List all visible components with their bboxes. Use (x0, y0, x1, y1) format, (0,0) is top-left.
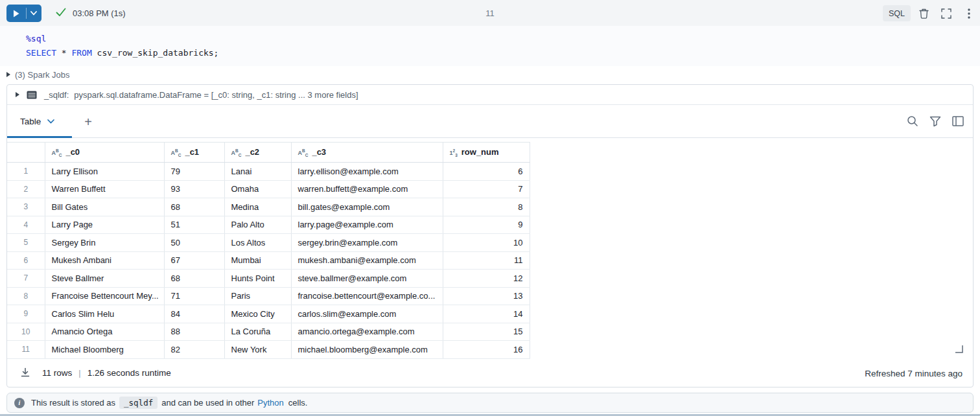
cell-_c2[interactable]: Lanai (224, 163, 291, 181)
string-type-icon: ABC (298, 148, 309, 158)
cell-_c3[interactable]: michael.bloomberg@example.com (291, 341, 443, 359)
cell-row_num[interactable]: 6 (443, 163, 530, 181)
columns-panel-button[interactable] (951, 114, 965, 128)
results-resize-handle[interactable] (955, 344, 964, 353)
cell-_c1[interactable]: 93 (164, 180, 224, 198)
cell-_c2[interactable]: Hunts Point (224, 270, 291, 288)
cell-row_num[interactable]: 13 (443, 287, 530, 305)
table-row: 5Sergey Brin50Los Altossergey.brin@examp… (7, 234, 530, 252)
cell-_c3[interactable]: sergey.brin@example.com (291, 234, 443, 252)
table-row: 11Michael Bloomberg82New Yorkmichael.blo… (7, 341, 530, 359)
cell-_c1[interactable]: 79 (164, 163, 224, 181)
spark-jobs-toggle[interactable] (6, 72, 10, 77)
cell-_c3[interactable]: mukesh.ambani@example.com (291, 251, 443, 270)
cell-_c3[interactable]: carlos.slim@example.com (291, 305, 443, 323)
table-row: 1Larry Ellison79Lanailarry.ellison@examp… (7, 163, 530, 181)
cell-row_num[interactable]: 14 (443, 305, 530, 323)
cell-_c0[interactable]: Amancio Ortega (45, 323, 164, 341)
cell-row_num[interactable]: 11 (443, 251, 530, 270)
info-text-suffix: cells. (288, 398, 308, 408)
cell-_c2[interactable]: New York (224, 341, 291, 359)
rows-count: 11 rows (42, 368, 72, 378)
active-tab-underline (7, 136, 72, 138)
cell-_c1[interactable]: 88 (164, 323, 224, 341)
column-header-_c2[interactable]: ABC_c2 (224, 143, 291, 163)
tab-table-label: Table (20, 117, 41, 126)
cell-_c3[interactable]: larry.ellison@example.com (291, 163, 443, 181)
cell-row_num[interactable]: 10 (443, 234, 530, 252)
sqldf-info-bar: i This result is stored as _sqldf and ca… (6, 393, 974, 413)
cell-_c0[interactable]: Larry Ellison (45, 163, 164, 181)
cell-_c3[interactable]: larry.page@example.com (291, 216, 443, 234)
cell-_c0[interactable]: Sergey Brin (45, 234, 164, 252)
code-line-1[interactable]: %sql (26, 34, 46, 43)
side-panel-icon (952, 116, 964, 126)
sql-star: * (62, 48, 67, 58)
cell-_c1[interactable]: 82 (164, 341, 224, 359)
cell-_c1[interactable]: 84 (164, 305, 224, 323)
cell-_c3[interactable]: bill.gates@example.com (291, 198, 443, 216)
cell-_c2[interactable]: Palo Alto (224, 216, 291, 234)
cell-_c0[interactable]: Francoise Bettencourt Mey... (45, 287, 164, 305)
cell-_c1[interactable]: 51 (164, 216, 224, 234)
dataframe-toggle[interactable] (16, 92, 19, 97)
expand-cell-button[interactable] (939, 6, 954, 21)
row-index: 5 (7, 234, 45, 252)
cell-row_num[interactable]: 7 (443, 180, 530, 198)
cell-_c0[interactable]: Bill Gates (45, 198, 164, 216)
add-visualization-button[interactable]: + (78, 112, 98, 132)
cell-_c0[interactable]: Mukesh Ambani (45, 251, 164, 270)
cell-_c2[interactable]: Omaha (224, 180, 291, 198)
spark-jobs-row: (3) Spark Jobs (0, 66, 980, 83)
column-header-index[interactable] (7, 143, 45, 163)
table-row: 6Mukesh Ambani67Mumbaimukesh.ambani@exam… (7, 251, 530, 270)
cell-_c2[interactable]: Mumbai (224, 251, 291, 270)
cell-_c0[interactable]: Carlos Slim Helu (45, 305, 164, 323)
cell-_c1[interactable]: 67 (164, 251, 224, 270)
search-results-button[interactable] (905, 114, 920, 128)
download-results-button[interactable] (20, 367, 30, 378)
row-index: 9 (7, 305, 45, 323)
cell-row_num[interactable]: 15 (443, 323, 530, 341)
column-header-_c3[interactable]: ABC_c3 (291, 143, 443, 163)
column-header-row_num[interactable]: 123row_num (443, 143, 530, 163)
cell-_c3[interactable]: steve.ballmer@example.com (291, 270, 443, 288)
column-label: _c1 (185, 147, 199, 157)
cell-_c1[interactable]: 68 (164, 270, 224, 288)
filter-results-button[interactable] (928, 114, 942, 128)
code-editor[interactable]: %sql SELECT * FROM csv_row_skip_databric… (0, 26, 980, 66)
python-link[interactable]: Python (257, 398, 283, 408)
cell-row_num[interactable]: 9 (443, 216, 530, 234)
column-header-_c1[interactable]: ABC_c1 (164, 143, 224, 163)
cell-_c1[interactable]: 68 (164, 198, 224, 216)
kebab-menu-icon (968, 8, 970, 19)
info-text-prefix: This result is stored as (31, 398, 115, 408)
cell-_c2[interactable]: Medina (224, 198, 291, 216)
cell-_c0[interactable]: Warren Buffett (45, 180, 164, 198)
cell-_c2[interactable]: Mexico City (224, 305, 291, 323)
row-index: 6 (7, 251, 45, 270)
cell-row_num[interactable]: 16 (443, 341, 530, 359)
cell-_c2[interactable]: Paris (224, 287, 291, 305)
cell-menu-button[interactable] (961, 6, 977, 21)
cell-_c0[interactable]: Michael Bloomberg (45, 341, 164, 359)
string-type-icon: ABC (231, 148, 242, 158)
cell-_c1[interactable]: 50 (164, 234, 224, 252)
code-line-2[interactable]: SELECT * FROM csv_row_skip_databricks; (26, 48, 218, 58)
cell-row_num[interactable]: 12 (443, 270, 530, 288)
cell-toolbar: 03:08 PM (1s) 11 SQL (0, 0, 980, 26)
cell-_c2[interactable]: Los Altos (224, 234, 291, 252)
cell-_c3[interactable]: amancio.ortega@example.com (291, 323, 443, 341)
collapsed-arrow-icon (16, 92, 19, 97)
cell-_c3[interactable]: warren.buffett@example.com (291, 180, 443, 198)
column-header-_c0[interactable]: ABC_c0 (45, 143, 164, 163)
delete-cell-button[interactable] (916, 6, 931, 21)
cell-_c1[interactable]: 71 (164, 287, 224, 305)
cell-_c0[interactable]: Larry Page (45, 216, 164, 234)
cell-row_num[interactable]: 8 (443, 198, 530, 216)
cell-_c3[interactable]: francoise.bettencourt@example.co... (291, 287, 443, 305)
cell-_c0[interactable]: Steve Ballmer (45, 270, 164, 288)
cell-_c2[interactable]: La Coruña (224, 323, 291, 341)
tab-table[interactable]: Table (7, 105, 72, 137)
language-badge[interactable]: SQL (883, 5, 911, 21)
